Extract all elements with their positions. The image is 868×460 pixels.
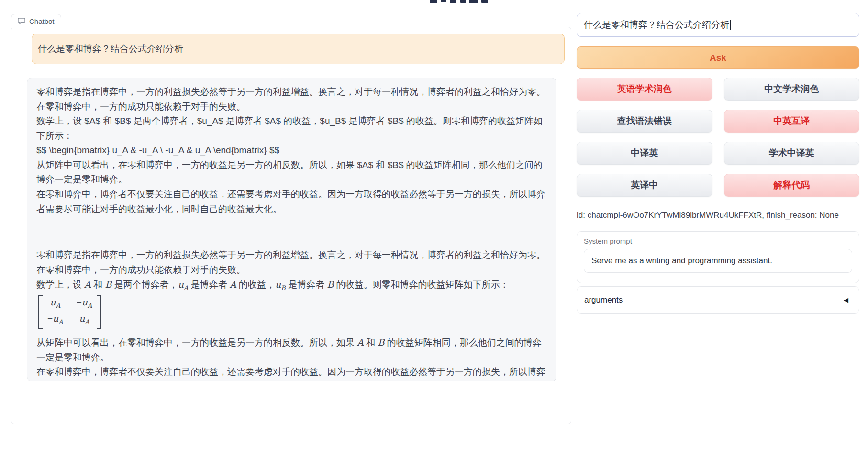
prompt-input-value: 什么是零和博弈？结合公式介绍分析 (584, 19, 729, 31)
arguments-accordion-label: arguments (584, 295, 623, 305)
quick-button-grid: 英语学术润色中文学术润色查找语法错误中英互译中译英学术中译英英译中解释代码 (577, 78, 859, 197)
chatbot-panel-label-text: Chatbot (29, 17, 55, 25)
bot-message-paragraph: 零和博弈是指在博弈中，一方的利益损失必然等于另一方的利益增益。换言之，对于每一种… (36, 248, 547, 277)
quick-button-3[interactable]: 中英互译 (724, 110, 860, 133)
user-message-text: 什么是零和博弈？结合公式介绍分析 (38, 43, 183, 55)
bot-message-body: 零和博弈是指在博弈中，一方的利益损失必然等于另一方的利益增益。换言之，对于每一种… (36, 85, 547, 381)
quick-button-0[interactable]: 英语学术润色 (577, 78, 712, 101)
title-glyph-fragment (460, 0, 466, 3)
quick-button-2[interactable]: 查找语法错误 (577, 110, 712, 133)
title-glyph-fragment (481, 0, 488, 3)
prompt-input[interactable]: 什么是零和博弈？结合公式介绍分析 (577, 13, 859, 37)
system-prompt-value: Serve me as a writing and programming as… (591, 256, 772, 266)
system-prompt-card: System prompt Serve me as a writing and … (577, 231, 859, 283)
title-glyph-fragment (430, 0, 437, 3)
system-prompt-input[interactable]: Serve me as a writing and programming as… (584, 249, 852, 273)
user-message: 什么是零和博弈？结合公式介绍分析 (32, 34, 565, 64)
system-prompt-label: System prompt (584, 237, 852, 245)
paragraph-gap (36, 216, 547, 248)
quick-button-4[interactable]: 中译英 (577, 142, 712, 165)
title-glyph-fragment (450, 0, 456, 3)
text-caret (730, 20, 731, 30)
bot-message-paragraph: 数学上，设 A 和 B 是两个博弈者，uA 是博弈者 A 的收益，uB 是博弈者… (36, 277, 547, 293)
arguments-accordion-header[interactable]: arguments ◀ (577, 286, 859, 314)
container-top-border (0, 12, 868, 12)
bot-message-paragraph: 在零和博弈中，博弈者不仅要关注自己的收益，还需要考虑对手的收益。因为一方取得的收… (36, 365, 547, 381)
quick-button-7[interactable]: 解释代码 (724, 174, 860, 197)
bot-message-paragraph: 从矩阵中可以看出，在零和博弈中，一方的收益是另一方的相反数。所以，如果 $A$ … (36, 158, 547, 187)
title-glyph-fragment (469, 0, 478, 3)
accordion-collapsed-triangle-icon: ◀ (844, 296, 848, 303)
chatbot-panel-label: Chatbot (11, 14, 61, 28)
payoff-matrix: uA−uA−uAuA (38, 295, 547, 334)
quick-button-1[interactable]: 中文学术润色 (724, 78, 860, 101)
bot-message-paragraph: 数学上，设 $A$ 和 $B$ 是两个博弈者，$u_A$ 是博弈者 $A$ 的收… (36, 114, 547, 143)
bot-message: 零和博弈是指在博弈中，一方的利益损失必然等于另一方的利益增益。换言之，对于每一种… (27, 78, 556, 381)
ask-button[interactable]: Ask (577, 46, 859, 69)
title-glyph-fragment (441, 0, 446, 2)
app-root: Chatbot 什么是零和博弈？结合公式介绍分析 零和博弈是指在博弈中，一方的利… (0, 0, 868, 460)
bot-message-paragraph: 在零和博弈中，博弈者不仅要关注自己的收益，还需要考虑对手的收益。因为一方取得的收… (36, 187, 547, 216)
quick-button-5[interactable]: 学术中译英 (724, 142, 860, 165)
chat-bubble-icon (18, 18, 25, 24)
bot-message-paragraph: 从矩阵中可以看出，在零和博弈中，一方的收益是另一方的相反数。所以，如果 A 和 … (36, 335, 547, 365)
completion-status-line: id: chatcmpl-6wOo7KrYTwMl89lbrMWRu4UkFFX… (577, 211, 859, 220)
bot-message-paragraph: $$ \begin{bmatrix} u_A & -u_A \ -u_A & u… (36, 143, 547, 158)
quick-button-6[interactable]: 英译中 (577, 174, 712, 197)
bot-message-paragraph: 零和博弈是指在博弈中，一方的利益损失必然等于另一方的利益增益。换言之，对于每一种… (36, 85, 547, 114)
